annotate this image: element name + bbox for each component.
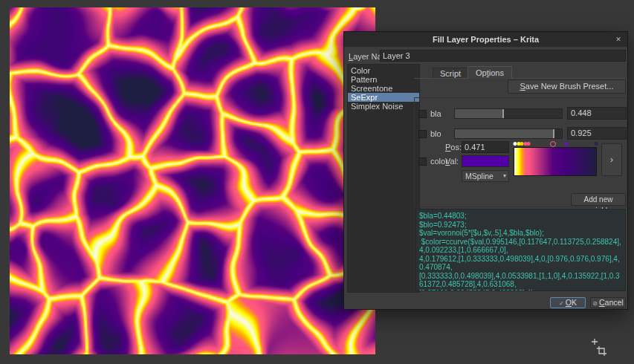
blo-slider-handle[interactable] — [553, 129, 554, 138]
blo-label: blo — [430, 129, 441, 138]
cancel-button[interactable]: ⊘Cancel — [590, 297, 626, 308]
gradient-stop[interactable] — [564, 142, 568, 146]
pos-input[interactable] — [462, 141, 509, 153]
blo-slider-fill — [455, 129, 554, 138]
canvas-image[interactable] — [10, 7, 375, 354]
ok-icon: ✓ — [559, 300, 564, 307]
ok-label: OK — [566, 298, 577, 307]
color-swatch[interactable] — [462, 155, 509, 167]
blo-checkbox[interactable] — [418, 130, 427, 138]
ok-button[interactable]: ✓OK — [550, 297, 586, 308]
list-item-seexpr[interactable]: SeExpr — [348, 93, 419, 102]
list-item-simplex-noise[interactable]: Simplex Noise — [348, 102, 419, 111]
list-item-screentone[interactable]: Screentone — [348, 84, 419, 93]
fill-layer-properties-dialog: Fill Layer Properties – Krita ✕ Layer Na… — [343, 31, 628, 310]
tab-script[interactable]: Script — [433, 68, 468, 79]
val-label: Val: — [445, 157, 459, 166]
add-new-variable-button[interactable]: Add new variable — [571, 193, 626, 206]
bla-checkbox[interactable] — [418, 110, 427, 118]
blo-value-field[interactable]: 0.925 — [567, 127, 627, 140]
color-checkbox[interactable] — [418, 157, 427, 166]
script-text: $bla=0.44803; $blo=0.92473; $val=voronoi… — [419, 212, 622, 291]
close-icon[interactable]: ✕ — [613, 34, 624, 45]
gradient-preview[interactable] — [514, 147, 597, 176]
bla-value-field[interactable]: 0.448 — [567, 107, 627, 120]
gradient-stop[interactable] — [594, 142, 598, 146]
list-item-pattern[interactable]: Pattern — [348, 75, 419, 84]
bla-slider-fill — [455, 109, 503, 118]
pos-label: Pos: — [445, 143, 462, 152]
dialog-title: Fill Layer Properties – Krita — [344, 32, 627, 47]
interpolation-dropdown[interactable]: MSpline ▾ — [462, 170, 509, 182]
krita-workspace: Fill Layer Properties – Krita ✕ Layer Na… — [0, 0, 634, 364]
list-item-color[interactable]: Color — [348, 66, 419, 75]
crop-tool-cursor-icon — [589, 338, 609, 359]
dialog-titlebar[interactable]: Fill Layer Properties – Krita ✕ — [344, 32, 627, 47]
layer-name-input[interactable] — [380, 50, 626, 62]
generator-list[interactable]: ColorPatternScreentoneSeExprSimplex Nois… — [347, 64, 420, 293]
script-editor[interactable]: $bla=0.44803; $blo=0.92473; $val=voronoi… — [415, 209, 626, 291]
cancel-icon: ⊘ — [592, 300, 598, 307]
bla-slider[interactable] — [454, 108, 563, 119]
gradient-stops-row[interactable] — [514, 140, 597, 147]
gradient-stop[interactable] — [527, 142, 531, 146]
gradient-expand-button[interactable]: › — [601, 143, 622, 176]
gradient-stop[interactable] — [550, 141, 556, 147]
chevron-down-icon: ▾ — [503, 171, 506, 181]
blo-slider[interactable] — [454, 129, 563, 139]
tab-options[interactable]: Options — [468, 66, 512, 79]
bla-label: bla — [430, 109, 441, 118]
options-panel-border — [414, 78, 625, 79]
bla-slider-handle[interactable] — [502, 109, 504, 118]
save-new-brush-preset-button[interactable]: Save New Brush Preset... — [508, 79, 626, 94]
cancel-label: Cancel — [599, 298, 624, 307]
interpolation-value: MSpline — [465, 172, 494, 181]
